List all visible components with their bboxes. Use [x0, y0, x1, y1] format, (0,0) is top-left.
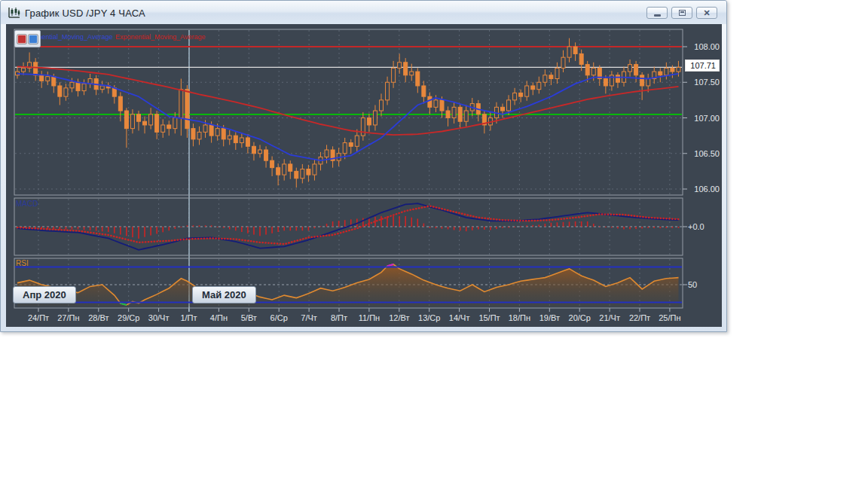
- candle: [155, 114, 159, 133]
- ema-slow-swatch-button[interactable]: [17, 35, 26, 44]
- candle: [22, 68, 26, 72]
- candle: [149, 114, 153, 125]
- candle: [228, 136, 231, 139]
- candle: [579, 53, 583, 64]
- candle: [258, 150, 262, 154]
- candle: [537, 82, 541, 89]
- minimize-icon: [654, 14, 661, 17]
- restore-button[interactable]: [671, 7, 692, 19]
- candle: [58, 86, 62, 96]
- candle: [640, 75, 644, 86]
- rsi-panel-label: RSI: [16, 259, 29, 267]
- candle: [349, 143, 353, 147]
- candle: [561, 57, 565, 68]
- candle: [531, 86, 535, 90]
- candle: [604, 79, 607, 86]
- price-axis-label: 106.50: [686, 149, 720, 158]
- chart-canvas[interactable]: [6, 24, 722, 327]
- candle: [343, 143, 347, 154]
- candle: [301, 169, 304, 178]
- price-axis-label: 107.00: [686, 114, 720, 123]
- candle: [137, 114, 141, 121]
- candle: [234, 136, 237, 142]
- month-button-apr[interactable]: Апр 2020: [13, 286, 76, 303]
- candle: [555, 68, 559, 78]
- window-title: График USD /JPY 4 ЧАСА: [25, 8, 145, 19]
- window-titlebar[interactable]: График USD /JPY 4 ЧАСА ✕: [1, 1, 726, 24]
- candlestick-chart-icon: [8, 6, 21, 20]
- date-axis-label: 4/Пн: [210, 313, 228, 322]
- month-button-may[interactable]: Май 2020: [192, 286, 256, 303]
- candle: [270, 160, 274, 167]
- date-axis-label: 20/Ср: [569, 313, 591, 322]
- date-axis-label: 18/Пн: [509, 313, 530, 322]
- candle: [100, 86, 104, 90]
- candle: [112, 88, 116, 96]
- indicator-axis-label: +0.0: [688, 222, 718, 231]
- date-axis-label: 21/Чт: [599, 313, 620, 322]
- candle: [289, 164, 292, 171]
- candle: [179, 90, 183, 118]
- candle: [416, 72, 420, 86]
- candle: [325, 150, 329, 157]
- date-axis-label: 28/Вт: [88, 313, 108, 322]
- candle: [525, 86, 529, 96]
- candle: [513, 93, 517, 99]
- candle: [283, 164, 286, 175]
- candle: [464, 111, 468, 121]
- candle: [410, 72, 414, 75]
- candle: [246, 138, 249, 146]
- candle: [118, 96, 122, 111]
- date-axis-label: 27/Пн: [57, 313, 79, 322]
- candle: [386, 82, 390, 100]
- candle: [440, 100, 444, 111]
- candle: [124, 111, 128, 129]
- candle: [46, 77, 50, 81]
- candle: [264, 150, 268, 160]
- candle: [167, 125, 171, 129]
- window-controls: ✕: [646, 7, 717, 19]
- candle: [240, 138, 243, 143]
- minimize-button[interactable]: [646, 7, 668, 19]
- candle: [585, 65, 589, 75]
- indicator-axis-label: 50: [688, 280, 718, 289]
- candle: [519, 93, 523, 96]
- candle: [677, 67, 680, 72]
- candle: [295, 171, 298, 178]
- legend-ema-slow-label: Exponential_Moving_Average: [115, 33, 205, 41]
- candle: [428, 96, 432, 107]
- date-axis-label: 8/Пт: [331, 313, 347, 322]
- candle: [507, 100, 511, 111]
- candle: [161, 125, 165, 132]
- ema-fast-swatch-button[interactable]: [29, 35, 38, 44]
- date-axis-label: 24/Пт: [28, 313, 49, 322]
- candle: [501, 107, 505, 111]
- candle: [82, 84, 86, 90]
- close-button[interactable]: ✕: [696, 7, 717, 19]
- candle: [404, 63, 408, 75]
- candle: [665, 68, 668, 75]
- candle: [173, 118, 177, 129]
- candle: [52, 77, 56, 86]
- candle: [143, 121, 147, 125]
- candle: [34, 63, 38, 75]
- chart-client-area: Exponential_Moving_Average Exponential_M…: [6, 24, 722, 327]
- month-may-label: Май 2020: [202, 289, 246, 300]
- candle: [422, 86, 426, 96]
- date-axis-label: 6/Ср: [270, 313, 288, 322]
- date-axis-label: 7/Чт: [301, 313, 317, 322]
- candle: [398, 63, 402, 69]
- price-axis-label: 106.00: [686, 185, 720, 194]
- close-icon: ✕: [703, 9, 710, 17]
- candle: [277, 168, 280, 175]
- restore-icon: [679, 10, 686, 16]
- candle: [392, 68, 396, 82]
- candle: [40, 75, 44, 81]
- candle: [307, 169, 310, 175]
- macd-panel-label: MACD: [16, 200, 38, 208]
- date-axis-label: 5/Вт: [241, 313, 257, 322]
- date-axis-label: 25/Пн: [659, 313, 680, 322]
- candle: [215, 129, 219, 136]
- date-axis-label: 1/Пт: [180, 313, 197, 322]
- candle: [452, 107, 456, 117]
